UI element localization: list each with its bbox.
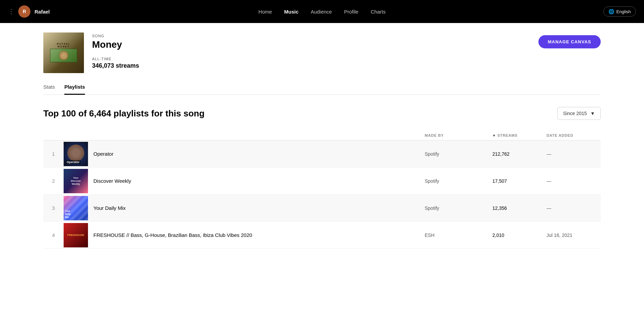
- song-title: Money: [92, 39, 139, 50]
- playlist-thumbnail: Operator: [64, 142, 88, 166]
- row-playlist-info[interactable]: Operator Operator: [64, 142, 425, 166]
- operator-face: [67, 145, 84, 161]
- language-button[interactable]: 🌐 English: [603, 6, 636, 17]
- streams-label: ALL-TIME: [92, 57, 139, 61]
- table-row: 2 YourDiscoverWeekly Discover Weekly Spo…: [43, 168, 601, 195]
- navbar-right: 🌐 English: [603, 6, 636, 17]
- row-streams: 212,762: [492, 151, 547, 157]
- playlists-title: Top 100 of 6,464 playlists for this song: [43, 108, 204, 119]
- row-made-by: Spotify: [425, 205, 492, 211]
- discover-thumb: YourDiscoverWeekly: [64, 169, 88, 193]
- song-info: RAFAELMONEY SONG Money ALL-TIME 346,073 …: [43, 32, 139, 73]
- thumb-artist-text: RAFAELMONEY: [57, 43, 70, 48]
- table-row: 1 Operator Operator Spotify 212,762 —: [43, 140, 601, 168]
- streams-count: 346,073 streams: [92, 62, 139, 69]
- playlist-name: Your Daily Mix: [93, 205, 126, 211]
- playlist-thumbnail: YourDailyMix: [64, 196, 88, 220]
- playlist-name: FRESHOUSE // Bass, G-House, Brazilian Ba…: [93, 232, 252, 238]
- table-row: 4 FRESHOUSE FRESHOUSE // Bass, G-House, …: [43, 222, 601, 249]
- row-playlist-info[interactable]: FRESHOUSE FRESHOUSE // Bass, G-House, Br…: [64, 223, 425, 247]
- table-row: 3 YourDailyMix Your Daily Mix Your Daily…: [43, 195, 601, 222]
- col-streams: ▼ STREAMS: [492, 133, 547, 137]
- col-rank: [43, 133, 64, 137]
- chevron-down-icon: ▼: [590, 111, 595, 116]
- nav-home[interactable]: Home: [259, 7, 272, 16]
- navbar-left: ⋮ R Rafael: [8, 5, 50, 18]
- row-date: —: [547, 205, 601, 211]
- filter-label: Since 2015: [563, 111, 587, 116]
- nav-music[interactable]: Music: [284, 7, 299, 16]
- thumb-bill: [50, 49, 77, 62]
- row-streams: 12,356: [492, 205, 547, 211]
- playlist-thumbnail: YourDiscoverWeekly: [64, 169, 88, 193]
- nav-charts[interactable]: Charts: [371, 7, 385, 16]
- discover-label: YourDiscoverWeekly: [71, 176, 81, 185]
- table-header: MADE BY ▼ STREAMS DATE ADDED: [43, 131, 601, 140]
- playlist-thumbnail: FRESHOUSE: [64, 223, 88, 247]
- sort-arrow-icon: ▼: [492, 134, 496, 137]
- operator-bg: Operator: [64, 142, 88, 166]
- globe-icon: 🌐: [608, 9, 614, 14]
- made-by-cell: Your Daily Mix Spotify: [425, 205, 492, 211]
- row-date: Jul 16, 2021: [547, 233, 601, 238]
- row-made-by: ESH: [425, 233, 492, 238]
- song-thumbnail: RAFAELMONEY: [43, 32, 84, 73]
- avatar: R: [18, 5, 30, 18]
- operator-label: Operator: [66, 160, 81, 164]
- row-date: —: [547, 178, 601, 184]
- nav-links: Home Music Audience Profile Charts: [259, 7, 386, 16]
- row-playlist-info[interactable]: YourDailyMix Your Daily Mix: [64, 196, 425, 220]
- freshouse-label: FRESHOUSE: [67, 234, 84, 237]
- tab-playlists[interactable]: Playlists: [64, 84, 85, 95]
- playlists-header: Top 100 of 6,464 playlists for this song…: [43, 107, 601, 120]
- freshouse-thumb: FRESHOUSE: [64, 223, 88, 247]
- manage-canvas-button[interactable]: MANAGE CANVAS: [538, 35, 601, 48]
- nav-audience[interactable]: Audience: [311, 7, 332, 16]
- thumb-bill-face: [59, 51, 68, 60]
- row-playlist-info[interactable]: YourDiscoverWeekly Discover Weekly: [64, 169, 425, 193]
- dailymix-label: YourDailyMix: [65, 209, 71, 219]
- row-made-by: Spotify: [425, 178, 492, 184]
- tab-stats[interactable]: Stats: [43, 84, 55, 94]
- nav-profile[interactable]: Profile: [344, 7, 359, 16]
- row-rank: 2: [43, 178, 64, 184]
- row-rank: 4: [43, 232, 64, 238]
- col-date: DATE ADDED: [547, 133, 601, 137]
- playlists-section: Top 100 of 6,464 playlists for this song…: [0, 107, 644, 249]
- menu-dots-icon[interactable]: ⋮: [8, 8, 14, 15]
- row-rank: 1: [43, 151, 64, 157]
- language-label: English: [616, 9, 631, 14]
- username-label: Rafael: [35, 9, 50, 15]
- row-rank: 3: [43, 205, 64, 211]
- dailymix-thumb: YourDailyMix: [64, 196, 88, 220]
- tabs: Stats Playlists: [43, 84, 601, 95]
- song-meta: SONG Money ALL-TIME 346,073 streams: [92, 32, 139, 69]
- filter-dropdown[interactable]: Since 2015 ▼: [557, 107, 601, 120]
- row-date: —: [547, 151, 601, 157]
- song-type-label: SONG: [92, 34, 139, 38]
- playlist-name: Discover Weekly: [93, 178, 131, 184]
- row-made-by: Spotify: [425, 151, 492, 157]
- col-made-by: MADE BY: [425, 133, 492, 137]
- song-header: RAFAELMONEY SONG Money ALL-TIME 346,073 …: [0, 23, 644, 73]
- col-playlist: [64, 133, 425, 137]
- navbar: ⋮ R Rafael Home Music Audience Profile C…: [0, 0, 644, 23]
- tabs-container: Stats Playlists: [0, 84, 644, 95]
- playlist-name: Operator: [93, 151, 113, 157]
- row-streams: 17,507: [492, 178, 547, 184]
- row-streams: 2,010: [492, 233, 547, 238]
